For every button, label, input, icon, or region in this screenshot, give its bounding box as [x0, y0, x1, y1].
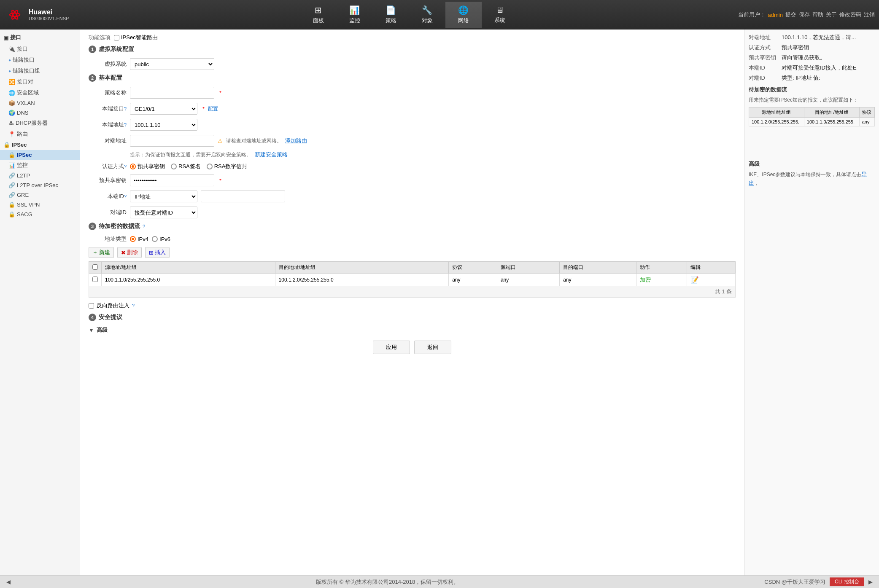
right-local-id-label: 本端ID [749, 64, 778, 72]
edit-icon[interactable]: 📝 [690, 276, 699, 283]
auth-digital-radio[interactable]: RSA数字信封 [207, 163, 248, 170]
export-link[interactable]: 导出 [749, 171, 867, 186]
save-btn[interactable]: 保存 [799, 11, 810, 19]
nav-policy[interactable]: 📄 策略 [373, 2, 409, 28]
nav-monitor[interactable]: 📊 监控 [337, 2, 373, 28]
sidebar-item-link-interface-group[interactable]: ● 链路接口组 [0, 65, 80, 76]
advanced-label: 高级 [97, 326, 108, 334]
svg-point-0 [10, 13, 20, 16]
sidebar-item-ssl-vpn[interactable]: 🔒 SSL VPN [0, 200, 80, 209]
preshared-key-input[interactable] [130, 175, 214, 186]
new-policy-link[interactable]: 新建安全策略 [255, 151, 288, 158]
reverse-route-checkbox[interactable] [89, 303, 94, 309]
sidebar-item-gre[interactable]: 🔗 GRE [0, 190, 80, 200]
sidebar-item-link-interface[interactable]: ● 链路接口 [0, 54, 80, 65]
virtual-system-select[interactable]: public [130, 58, 214, 70]
ipv6-radio[interactable]: IPv6 [152, 236, 170, 242]
submit-btn[interactable]: 提交 [785, 11, 796, 19]
sidebar-item-l2tp-ipsec[interactable]: 🔗 L2TP over IPSec [0, 180, 80, 190]
auth-preshared-radio[interactable]: 预共享密钥 [130, 163, 165, 170]
ipsec-route-checkbox-label[interactable]: IPSec智能路由 [114, 34, 158, 41]
sidebar-item-security-zone[interactable]: 🌐 安全区域 [0, 87, 80, 98]
local-interface-label: 本端接口? [89, 105, 127, 113]
right-spacer [749, 131, 875, 156]
sidebar-group-ipsec-title[interactable]: 🔒 IPSec [0, 140, 80, 150]
sidebar-item-l2tp[interactable]: 🔗 L2TP [0, 171, 80, 180]
local-id-value-input[interactable] [201, 191, 285, 202]
sidebar-item-dns[interactable]: 🌍 DNS [0, 108, 80, 118]
row-checkbox[interactable] [92, 277, 98, 282]
footer-scroll-left[interactable]: ◀ [6, 579, 11, 585]
sidebar-item-ipsec[interactable]: 🔒 IPSec [0, 150, 80, 160]
sidebar-item-ipsec-monitor[interactable]: 📊 监控 [0, 160, 80, 171]
sidebar-item-sacg[interactable]: 🔒 SACG [0, 209, 80, 219]
preshared-key-label: 预共享密钥 [89, 177, 127, 184]
footer-scroll-right[interactable]: ▶ [868, 579, 873, 585]
row-dst-port-cell: any [560, 274, 636, 286]
right-preshared-value: 请向管理员获取。 [782, 54, 825, 62]
select-all-checkbox[interactable] [92, 264, 98, 270]
security-zone-icon: 🌐 [8, 90, 15, 96]
nav-object[interactable]: 🔧 对象 [409, 2, 445, 28]
user-label: 当前用户： [738, 11, 766, 19]
sidebar-item-interface[interactable]: 🔌 接口 [0, 43, 80, 54]
new-btn-label: 新建 [99, 249, 110, 256]
new-btn[interactable]: ＋ 新建 [89, 247, 114, 258]
dhcp-label: DHCP服务器 [16, 119, 48, 127]
interface-group-label: 接口 [10, 34, 21, 41]
cli-button[interactable]: CLI 控制台 [830, 577, 864, 586]
reverse-route-help[interactable]: ? [132, 303, 135, 308]
dhcp-icon: 🖧 [8, 120, 14, 126]
local-id-label: 本端ID? [89, 193, 127, 200]
sidebar-item-interface-pair[interactable]: 🔀 接口对 [0, 76, 80, 87]
section2-header: 2 基本配置 [89, 74, 736, 82]
sidebar-item-vxlan[interactable]: 📦 VXLAN [0, 98, 80, 108]
insert-btn[interactable]: ⊞ 插入 [145, 247, 170, 258]
delete-btn[interactable]: ✖ 删除 [117, 247, 142, 258]
policy-name-input[interactable]: fw1-fw2 [130, 87, 214, 99]
help-btn[interactable]: 帮助 [812, 11, 823, 19]
sidebar-group-interface-title[interactable]: ▣ 接口 [0, 32, 80, 43]
apply-button[interactable]: 应用 [373, 341, 410, 354]
section3-toolbar: ＋ 新建 ✖ 删除 ⊞ 插入 [89, 247, 736, 258]
sidebar-item-dhcp[interactable]: 🖧 DHCP服务器 [0, 118, 80, 129]
auth-rsa-radio[interactable]: RSA签名 [171, 163, 201, 170]
topbar: Huawei USG6000V1-ENSP ⊞ 面板 📊 监控 📄 策略 🔧 对… [0, 0, 879, 30]
change-password-btn[interactable]: 修改密码 [839, 11, 861, 19]
local-address-select[interactable]: 100.1.1.10 [130, 119, 197, 131]
section1-number: 1 [89, 46, 96, 53]
row-action-cell: 加密 [636, 274, 687, 286]
nav-system[interactable]: 🖥 系统 [482, 2, 518, 28]
bottom-bar: 应用 返回 [89, 334, 736, 360]
section1-title: 虚拟系统配置 [99, 46, 134, 53]
nav-dashboard[interactable]: ⊞ 面板 [300, 2, 337, 28]
minus-icon: ▣ [3, 35, 8, 41]
ipv4-radio[interactable]: IPv4 [130, 236, 148, 242]
section3-help[interactable]: ? [143, 224, 145, 229]
ipsec-route-checkbox[interactable] [114, 35, 119, 40]
collapse-icon[interactable]: ▼ [89, 327, 94, 333]
local-id-select[interactable]: IP地址 [130, 191, 197, 202]
auth-preshared-label: 预共享密钥 [138, 163, 165, 170]
auth-method-label: 认证方式? [89, 163, 127, 170]
x-icon: ✖ [121, 250, 126, 256]
config-link[interactable]: 配置 [208, 105, 218, 113]
remote-address-input[interactable]: 100.1.2.10 [130, 135, 214, 147]
return-button[interactable]: 返回 [414, 341, 451, 354]
nav-system-label: 系统 [494, 16, 505, 24]
section4-number: 4 [89, 314, 96, 321]
footer: ◀ 版权所有 © 华为技术有限公司2014-2018，保留一切权利。 CSDN … [0, 575, 879, 588]
local-interface-select[interactable]: GE1/0/1 [130, 103, 197, 115]
logout-btn[interactable]: 注销 [864, 11, 875, 19]
about-btn[interactable]: 关于 [826, 11, 837, 19]
preshared-key-required: * [219, 177, 221, 184]
lock-icon: 🔒 [3, 142, 10, 148]
nav-network[interactable]: 🌐 网络 [445, 2, 482, 28]
right-auth-method-label: 认证方式 [749, 44, 778, 51]
add-route-link[interactable]: 添加路由 [285, 137, 307, 145]
row-protocol-cell: any [449, 274, 497, 286]
remote-id-select[interactable]: 接受任意对端ID [130, 207, 197, 218]
sidebar-group-ipsec: 🔒 IPSec 🔒 IPSec 📊 监控 [0, 140, 80, 171]
virtual-system-label: 虚拟系统 [89, 60, 127, 68]
sidebar-item-routing[interactable]: 📍 路由 [0, 129, 80, 140]
